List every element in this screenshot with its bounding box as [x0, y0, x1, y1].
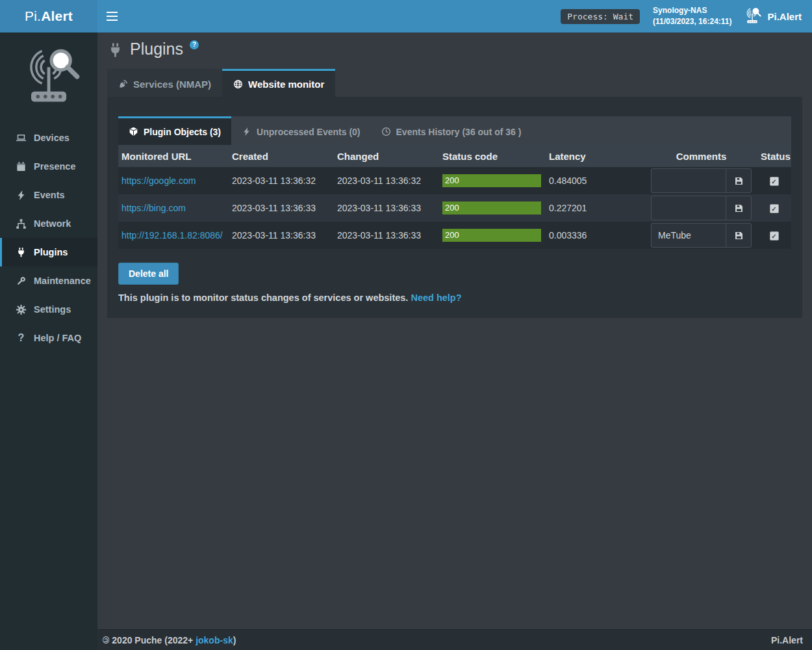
sidebar-item-presence[interactable]: Presence [0, 152, 97, 181]
footer: ©2020 Puche (2022+ jokob-sk) Pi.Alert [97, 629, 812, 650]
need-help-link[interactable]: Need help? [411, 292, 461, 303]
col-created: Created [229, 145, 334, 167]
globe-icon [233, 79, 243, 89]
save-comment-button[interactable] [726, 196, 752, 220]
sidebar-item-maintenance[interactable]: Maintenance [0, 266, 97, 295]
comment-input[interactable] [651, 223, 726, 248]
status-code-bar: 200 [442, 229, 541, 242]
sidebar-item-label: Plugins [34, 247, 68, 257]
wrench-icon [16, 276, 27, 287]
table-row: https://google.com 2023-03-11 13:36:32 2… [118, 167, 791, 194]
save-comment-button[interactable] [726, 168, 752, 193]
tab-website-monitor[interactable]: Website monitor [222, 69, 335, 97]
sidebar-item-label: Network [34, 218, 71, 229]
satellite-dish-icon [118, 79, 128, 89]
floppy-save-icon [734, 176, 744, 186]
page-title-text: Plugins [130, 40, 183, 58]
calendar-icon [16, 161, 27, 172]
status-code-bar: 200 [442, 202, 541, 214]
sidebar-item-devices[interactable]: Devices [0, 124, 97, 152]
sidebar-item-label: Events [34, 190, 65, 200]
device-info: Synology-NAS (11/03/2023, 16:24:11) [653, 5, 731, 27]
changed-value: 2023-03-11 13:36:33 [337, 230, 421, 240]
sidebar-item-events[interactable]: Events [0, 181, 97, 209]
comment-control [649, 223, 754, 248]
jokob-sk-link[interactable]: jokob-sk [196, 635, 233, 645]
sub-tabs: Plugin Objects (3) Unprocessed Events (0… [118, 116, 791, 145]
gear-icon [16, 304, 27, 315]
sitemap-icon [16, 218, 27, 229]
sidebar-item-help-faq[interactable]: ? Help / FAQ [0, 324, 97, 352]
sidebar-item-label: Maintenance [34, 276, 91, 286]
monitored-url-link[interactable]: http://192.168.1.82:8086/ [121, 230, 223, 240]
sidebar-item-label: Settings [34, 304, 71, 315]
latency-value: 0.484005 [549, 176, 587, 186]
col-comments: Comments [646, 145, 757, 167]
sidebar: Devices Presence Events Network Plugins … [0, 32, 97, 650]
bolt-icon [16, 190, 27, 201]
status-checkbox[interactable]: ✓ [770, 177, 779, 186]
floppy-save-icon [734, 231, 744, 240]
check-icon: ✓ [771, 205, 776, 213]
brand-alert: Alert [41, 8, 73, 24]
table-row: http://192.168.1.82:8086/ 2023-03-11 13:… [118, 222, 791, 249]
hamburger-menu-icon[interactable] [97, 0, 127, 32]
sidebar-item-plugins[interactable]: Plugins [0, 238, 97, 266]
latency-value: 0.227201 [549, 203, 587, 213]
latency-value: 0.003336 [549, 230, 587, 240]
status-checkbox[interactable]: ✓ [770, 204, 779, 213]
check-icon: ✓ [771, 233, 776, 240]
sidebar-item-settings[interactable]: Settings [0, 295, 97, 324]
footer-app-name: Pi.Alert [771, 635, 803, 645]
laptop-icon [16, 133, 27, 144]
device-name: Synology-NAS [653, 5, 731, 16]
copyleft-icon: © [103, 635, 109, 645]
sidebar-logo [0, 32, 97, 124]
sidebar-menu: Devices Presence Events Network Plugins … [0, 124, 97, 352]
save-comment-button[interactable] [726, 223, 752, 248]
description-text: This plugin is to monitor status changes… [118, 292, 408, 303]
table-header-row: Monitored URL Created Changed Status cod… [118, 145, 791, 167]
created-value: 2023-03-11 13:36:32 [232, 176, 316, 186]
changed-value: 2023-03-11 13:36:33 [337, 203, 421, 213]
created-value: 2023-03-11 13:36:33 [232, 203, 316, 213]
plug-icon [107, 42, 123, 58]
sidebar-item-label: Devices [34, 133, 70, 143]
table-row: https://bing.com 2023-03-11 13:36:33 202… [118, 194, 791, 222]
subtab-events-history[interactable]: Events History (36 out of 36 ) [371, 116, 532, 145]
created-value: 2023-03-11 13:36:33 [232, 230, 316, 240]
monitored-url-link[interactable]: https://bing.com [121, 203, 186, 213]
sidebar-item-label: Presence [34, 161, 76, 172]
clock-icon [381, 127, 391, 136]
pialert-logo [15, 44, 82, 112]
pialert-logo-icon [742, 6, 763, 26]
changed-value: 2023-03-11 13:36:32 [337, 176, 421, 186]
col-status-code: Status code [439, 145, 546, 167]
col-changed: Changed [334, 145, 439, 167]
credit-close: ) [233, 635, 236, 645]
plugin-tabs: Services (NMAP) Website monitor [107, 69, 802, 97]
title-help-badge[interactable]: ? [190, 40, 199, 49]
plug-icon [16, 247, 27, 258]
comment-input[interactable] [651, 168, 726, 193]
comment-input[interactable] [651, 196, 726, 220]
monitored-url-link[interactable]: https://google.com [121, 176, 196, 186]
col-status: Status [757, 145, 791, 167]
brand-logo[interactable]: Pi.Alert [0, 0, 97, 32]
question-icon: ? [16, 332, 27, 344]
check-icon: ✓ [771, 178, 776, 185]
subtab-plugin-objects[interactable]: Plugin Objects (3) [118, 116, 231, 145]
tab-services-nmap[interactable]: Services (NMAP) [107, 69, 222, 97]
comment-control [649, 196, 754, 220]
top-navbar: Pi.Alert Process: Wait Synology-NAS (11/… [0, 0, 812, 32]
delete-all-button[interactable]: Delete all [118, 263, 179, 285]
cube-icon [129, 127, 138, 136]
credit-text: 2020 Puche (2022+ [112, 635, 193, 645]
col-monitored-url: Monitored URL [118, 145, 229, 167]
subtab-label: Events History (36 out of 36 ) [396, 127, 522, 137]
sidebar-item-network[interactable]: Network [0, 209, 97, 238]
subtab-label: Plugin Objects (3) [144, 127, 221, 137]
status-checkbox[interactable]: ✓ [770, 231, 779, 240]
subtab-unprocessed-events[interactable]: Unprocessed Events (0) [231, 116, 371, 145]
plugin-description: This plugin is to monitor status changes… [118, 292, 791, 303]
